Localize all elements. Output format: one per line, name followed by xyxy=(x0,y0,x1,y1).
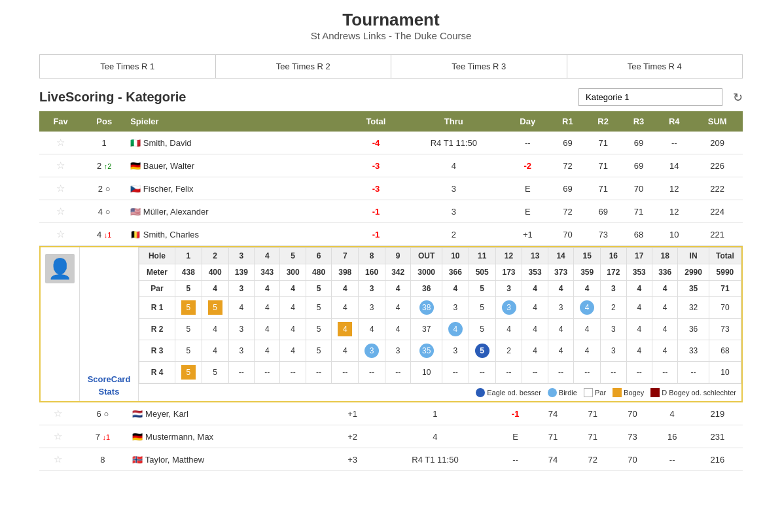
tee-times-r1[interactable]: Tee Times R 1 xyxy=(40,55,216,78)
fav-cell[interactable]: ☆ xyxy=(39,402,77,425)
star-icon[interactable]: ☆ xyxy=(54,408,62,419)
scorecard-header-cell: 13 xyxy=(522,248,548,264)
flag-icon: 🇳🇴 xyxy=(132,455,143,465)
pos-cell: 1 xyxy=(82,132,126,154)
refresh-icon[interactable]: ↻ xyxy=(733,90,743,105)
bogey-cell: 4 xyxy=(338,322,352,336)
scorecard-cell: 70 xyxy=(709,297,741,319)
fav-cell[interactable]: ☆ xyxy=(39,448,77,471)
r2-cell: 73 xyxy=(586,223,621,246)
scorecard-cell: -- xyxy=(306,362,331,383)
scorecard-cell: 4 xyxy=(495,319,522,340)
star-icon[interactable]: ☆ xyxy=(56,228,65,239)
scorecard-header-cell: 3000 xyxy=(411,264,442,281)
scorecard-cell: -- xyxy=(522,362,548,383)
scorecard-cell: -- xyxy=(469,362,495,383)
scorecard-cell: 4 xyxy=(202,319,228,340)
livescoring-title: LiveScoring - Kategorie xyxy=(39,90,578,105)
legend-box-bogey xyxy=(613,388,622,397)
scorecard-header-cell: 343 xyxy=(255,264,280,281)
scorecard-cell: 4 xyxy=(359,319,385,340)
sum-cell: 219 xyxy=(692,402,743,425)
r3-cell: 70 xyxy=(613,402,652,425)
fav-cell[interactable]: ☆ xyxy=(39,132,82,154)
livescoring-header: LiveScoring - Kategorie Kategorie 1 Kate… xyxy=(39,88,743,106)
scorecard-cell: 3 xyxy=(601,340,626,362)
day-cell: E xyxy=(498,425,533,448)
scorecard-header-cell: 4 xyxy=(652,281,677,297)
scorecard-cell: 5 xyxy=(469,297,495,319)
scorecard-cell: 5 xyxy=(306,297,331,319)
legend-birdie: Birdie xyxy=(548,388,577,397)
scorecard-row-label: Meter xyxy=(139,264,175,281)
scorecard-header-cell: 359 xyxy=(574,264,601,281)
thru-cell: R4 T1 11:50 xyxy=(372,448,497,471)
scorecard-cell: -- xyxy=(228,362,254,383)
scorecard-header-cell: 300 xyxy=(280,264,306,281)
star-icon[interactable]: ☆ xyxy=(56,183,65,194)
scorecard-header-cell: 4 xyxy=(332,281,359,297)
r4-cell: -- xyxy=(652,448,692,471)
name-cell: 🇧🇪 Smith, Charles xyxy=(126,223,349,246)
r3-cell: 70 xyxy=(613,448,652,471)
scorecard-header-cell: 5 xyxy=(175,281,202,297)
table-row: ☆ 2 ○ 🇨🇿 Fischer, Felix -3 3 E 69 71 70 … xyxy=(39,177,743,200)
scorecard-header-cell: 3 xyxy=(495,281,522,297)
fav-cell[interactable]: ☆ xyxy=(39,200,82,223)
scorecard-header-cell: 7 xyxy=(332,248,359,264)
scorecard-header-cell: 5 xyxy=(469,281,495,297)
scorecard-header-cell: 353 xyxy=(522,264,548,281)
fav-cell[interactable]: ☆ xyxy=(39,154,82,177)
fav-cell[interactable]: ☆ xyxy=(39,425,77,448)
r3-cell: 69 xyxy=(621,132,656,154)
r1-cell: 74 xyxy=(533,402,573,425)
no-move-icon: ○ xyxy=(105,207,111,217)
scorecard-cell: 33 xyxy=(678,340,709,362)
scorecard-header-cell: 2 xyxy=(202,248,228,264)
scorecard-stats-label[interactable]: Stats xyxy=(82,385,135,398)
scorecard-header-cell: 4 xyxy=(255,281,280,297)
birdie-cell: 4 xyxy=(448,322,463,336)
tee-times-r4[interactable]: Tee Times R 4 xyxy=(567,55,743,78)
birdie-cell: 38 xyxy=(419,300,434,315)
star-icon[interactable]: ☆ xyxy=(54,431,62,442)
scorecard-header-cell: 4 xyxy=(255,248,280,264)
r3-cell: 73 xyxy=(613,425,652,448)
scorecard-cell: -- xyxy=(548,362,573,383)
scorecard-cell: 4 xyxy=(548,340,573,362)
scorecard-cell: -- xyxy=(574,362,601,383)
star-icon[interactable]: ☆ xyxy=(56,160,65,171)
table-row: ☆ 7 ↓1 🇩🇪 Mustermann, Max +2 4 E 71 71 7… xyxy=(39,425,743,448)
legend-eagle: Eagle od. besser xyxy=(476,388,541,397)
scorecard-row-label: Par xyxy=(139,281,175,297)
scorecard-row: R 2543445444374544443443673 xyxy=(139,319,741,340)
birdie-cell: 3 xyxy=(364,344,379,358)
r2-cell: 71 xyxy=(573,425,613,448)
kategorie-select[interactable]: Kategorie 1 Kategorie 2 xyxy=(578,88,722,106)
scorecard-label[interactable]: ScoreCard xyxy=(82,373,135,385)
name-cell: 🇨🇿 Fischer, Felix xyxy=(126,177,349,200)
star-icon[interactable]: ☆ xyxy=(54,453,62,465)
tee-times-r3[interactable]: Tee Times R 3 xyxy=(391,55,567,78)
r1-cell: 74 xyxy=(533,448,573,471)
scorecard-cell: 4 xyxy=(228,297,254,319)
fav-cell[interactable]: ☆ xyxy=(39,223,82,246)
scorecard-header-cell: 8 xyxy=(359,248,385,264)
scorecard-cell: 5 xyxy=(175,297,202,319)
r4-cell: 12 xyxy=(656,200,692,223)
sum-cell: 222 xyxy=(692,177,743,200)
scorecard-cell: 4 xyxy=(280,319,306,340)
scorecard-cell: 5 xyxy=(175,340,202,362)
scorecard-header-cell: 9 xyxy=(385,248,411,264)
total-cell: -3 xyxy=(350,154,402,177)
scorecard-header-cell: Total xyxy=(709,248,741,264)
fav-cell[interactable]: ☆ xyxy=(39,177,82,200)
table-row: ☆ 2 ↑2 🇩🇪 Bauer, Walter -3 4 -2 72 71 69… xyxy=(39,154,743,177)
scorecard-header-cell: 5 xyxy=(280,248,306,264)
scorecard-cell: 4 xyxy=(522,319,548,340)
scorecard-cell: 68 xyxy=(709,340,741,362)
scorecard-table-wrap: Hole123456789OUT101112131415161718INTota… xyxy=(139,247,741,401)
star-icon[interactable]: ☆ xyxy=(56,137,65,148)
tee-times-r2[interactable]: Tee Times R 2 xyxy=(216,55,392,78)
star-icon[interactable]: ☆ xyxy=(56,205,65,217)
